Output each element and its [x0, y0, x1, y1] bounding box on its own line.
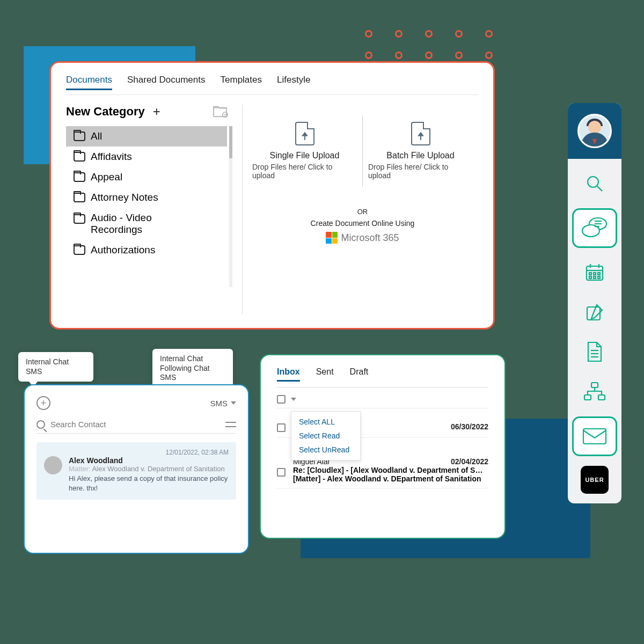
category-authorizations[interactable]: Authorizations	[66, 240, 227, 260]
sms-dropdown[interactable]: SMS	[210, 399, 236, 408]
upload-column: Single File Upload Drop Files here/ Clic…	[242, 105, 478, 314]
chevron-down-icon	[231, 401, 236, 405]
avatar-icon	[577, 114, 612, 148]
inbox-card: Inbox Sent Draft Select ALL Select Read …	[260, 354, 506, 539]
svg-rect-18	[594, 276, 596, 279]
chat-card: + SMS 12/01/2022, 02:38 AM Alex Woodland…	[24, 384, 249, 554]
svg-rect-26	[598, 395, 605, 400]
inbox-tabs: Inbox Sent Draft	[277, 367, 488, 387]
document-icon	[585, 341, 604, 363]
select-dropdown-toggle[interactable]	[291, 398, 296, 401]
search-icon	[36, 420, 45, 429]
tab-lifestyle[interactable]: Lifestyle	[277, 75, 310, 90]
sidebar-avatar[interactable]	[568, 103, 621, 159]
folder-icon	[74, 172, 85, 182]
mail-date: 06/30/2022	[451, 422, 488, 431]
category-affidavits[interactable]: Affidavits	[66, 147, 227, 167]
category-list: All Affidavits Appeal Attorney Notes Aud…	[66, 126, 227, 287]
sidebar-compose[interactable]	[579, 297, 611, 327]
dropdown-select-all[interactable]: Select ALL	[291, 415, 360, 429]
sidebar-mail[interactable]	[572, 416, 617, 456]
ms365-text: Microsoft 365	[341, 232, 399, 244]
single-upload-title: Single File Upload	[270, 151, 340, 160]
svg-point-2	[224, 114, 226, 115]
svg-rect-15	[594, 273, 596, 275]
tooltip-internal-chat-sms: Internal Chat SMS	[18, 352, 93, 382]
message-text: Hi Alex, please send a copy of that insu…	[69, 474, 229, 493]
batch-file-upload[interactable]: Batch File Upload Drop Files here/ Click…	[362, 115, 478, 186]
sidebar-workflow[interactable]	[579, 377, 611, 407]
workflow-icon	[583, 381, 606, 402]
tab-inbox[interactable]: Inbox	[277, 367, 300, 382]
category-all[interactable]: All	[66, 126, 227, 147]
svg-rect-17	[589, 276, 591, 279]
tab-documents[interactable]: Documents	[66, 75, 112, 90]
tooltip-internal-following-sms: Internal Chat Following Chat SMS	[152, 349, 233, 388]
svg-rect-14	[589, 273, 591, 275]
sidebar-document[interactable]	[579, 337, 611, 367]
category-audio-video[interactable]: Audio - Video Recordings	[66, 208, 227, 240]
tab-shared-documents[interactable]: Shared Documents	[127, 75, 206, 90]
select-dropdown: Select ALL Select Read Select UnRead	[291, 411, 361, 460]
svg-rect-25	[584, 395, 591, 400]
sidebar-chat[interactable]	[572, 208, 617, 248]
or-text: OR	[357, 208, 368, 216]
sidebar-uber[interactable]: UBER	[581, 466, 609, 494]
mail-subject: Re: [Cloudlex] - [Alex Woodland v. Depar…	[293, 466, 486, 474]
folder-settings-icon[interactable]	[213, 105, 229, 119]
tab-sent[interactable]: Sent	[316, 367, 334, 382]
category-appeal[interactable]: Appeal	[66, 167, 227, 187]
microsoft-365-button[interactable]: Microsoft 365	[326, 232, 399, 244]
svg-line-4	[597, 186, 602, 191]
message-matter: Matter: Alex Woodland v. Department of S…	[69, 465, 229, 473]
svg-rect-27	[583, 429, 606, 444]
category-scrollbar[interactable]	[229, 126, 232, 287]
filter-icon[interactable]	[225, 421, 236, 428]
tab-templates[interactable]: Templates	[221, 75, 262, 90]
message-time: 12/01/2022, 02:38 AM	[44, 449, 229, 456]
avatar	[44, 456, 62, 474]
folder-icon	[74, 152, 85, 162]
category-attorney-notes[interactable]: Attorney Notes	[66, 187, 227, 208]
mail-date: 02/04/2022	[451, 457, 488, 466]
compose-icon	[584, 302, 605, 323]
new-chat-button[interactable]: +	[36, 396, 50, 410]
dropdown-select-read[interactable]: Select Read	[291, 429, 360, 443]
category-column: New Category + All Affidavits Appeal Att…	[66, 105, 232, 314]
new-category-label: New Category	[66, 105, 145, 119]
folder-icon	[74, 131, 85, 141]
svg-point-3	[588, 177, 598, 187]
create-online-text: Create Document Online Using	[311, 219, 415, 228]
calendar-icon	[584, 262, 605, 283]
folder-icon	[74, 193, 85, 202]
mail-detail: [Matter] - Alex Woodland v. DEpartment o…	[293, 474, 486, 483]
search-icon	[584, 173, 605, 194]
sidebar-calendar[interactable]	[579, 258, 611, 288]
sidebar-search[interactable]	[579, 169, 611, 199]
right-sidebar: UBER	[568, 103, 621, 503]
message-sender: Alex Woodland	[69, 456, 229, 465]
chat-icon	[580, 215, 609, 241]
add-category-icon[interactable]: +	[151, 106, 162, 117]
docs-tabs: Documents Shared Documents Templates Lif…	[66, 75, 478, 95]
mail-icon	[580, 425, 609, 448]
microsoft-logo-icon	[326, 232, 338, 244]
mail-checkbox[interactable]	[277, 423, 286, 432]
tab-draft[interactable]: Draft	[350, 367, 369, 382]
select-all-checkbox[interactable]	[277, 395, 286, 404]
documents-card: Documents Shared Documents Templates Lif…	[49, 61, 495, 330]
upload-file-icon	[295, 122, 314, 145]
svg-rect-24	[591, 383, 598, 387]
batch-upload-title: Batch File Upload	[386, 151, 454, 160]
single-file-upload[interactable]: Single File Upload Drop Files here/ Clic…	[247, 115, 362, 186]
svg-rect-16	[598, 273, 600, 275]
folder-icon	[74, 245, 85, 255]
search-contact-input[interactable]	[50, 420, 220, 429]
dropdown-select-unread[interactable]: Select UnRead	[291, 443, 360, 457]
mail-checkbox[interactable]	[277, 468, 286, 477]
single-upload-sub: Drop Files here/ Click to upload	[252, 163, 357, 180]
chat-message[interactable]: 12/01/2022, 02:38 AM Alex Woodland Matte…	[36, 442, 236, 500]
folder-icon	[74, 214, 85, 224]
svg-rect-19	[598, 276, 600, 279]
batch-upload-sub: Drop Files here/ Click to upload	[368, 163, 473, 180]
